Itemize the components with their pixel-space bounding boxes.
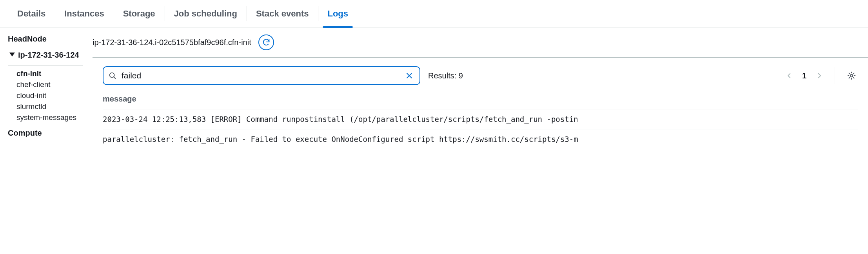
search-icon	[108, 71, 117, 80]
tabs-bar: Details Instances Storage Job scheduling…	[0, 0, 868, 27]
pagination: 1	[784, 71, 824, 81]
page-number: 1	[802, 71, 806, 80]
tab-stack-events[interactable]: Stack events	[247, 5, 318, 23]
log-stream-item[interactable]: chef-client	[16, 79, 89, 90]
tab-details[interactable]: Details	[8, 5, 55, 23]
log-stream-item[interactable]: system-messages	[16, 112, 89, 123]
sidebar-node-item[interactable]: ip-172-31-36-124	[8, 48, 89, 62]
content-header: ip-172-31-36-124.i-02c51575bfaf9c96f.cfn…	[93, 34, 868, 57]
log-stream-item[interactable]: slurmctld	[16, 101, 89, 112]
log-stream-list: cfn-init chef-client cloud-init slurmctl…	[8, 68, 89, 123]
svg-line-1	[114, 77, 115, 78]
log-stream-item[interactable]: cfn-init	[16, 68, 89, 79]
tab-instances[interactable]: Instances	[55, 5, 114, 23]
column-header-message: message	[103, 92, 858, 109]
close-icon	[405, 72, 413, 80]
tab-storage[interactable]: Storage	[114, 5, 165, 23]
sidebar-node-name: ip-172-31-36-124	[18, 50, 79, 60]
clear-search-button[interactable]	[404, 70, 415, 81]
results-count: Results: 9	[428, 71, 463, 80]
sidebar-group-headnode: HeadNode	[8, 34, 89, 44]
tab-job-scheduling[interactable]: Job scheduling	[165, 5, 247, 23]
logs-content: ip-172-31-36-124.i-02c51575bfaf9c96f.cfn…	[89, 27, 868, 149]
prev-page-button[interactable]	[784, 71, 794, 81]
search-box[interactable]	[103, 66, 420, 85]
refresh-button[interactable]	[258, 34, 274, 50]
gear-icon	[847, 71, 856, 80]
svg-point-4	[850, 74, 853, 77]
logs-sidebar: HeadNode ip-172-31-36-124 cfn-init chef-…	[0, 27, 89, 149]
sidebar-group-compute: Compute	[8, 129, 89, 138]
refresh-icon	[262, 38, 271, 47]
sidebar-divider	[8, 65, 83, 66]
settings-button[interactable]	[845, 69, 858, 82]
chevron-right-icon	[816, 72, 823, 79]
logs-toolbar: Results: 9 1	[93, 58, 868, 92]
chevron-left-icon	[786, 72, 793, 79]
tab-logs[interactable]: Logs	[318, 5, 358, 23]
logs-table: message 2023-03-24 12:25:13,583 [ERROR] …	[93, 92, 868, 149]
log-stream-item[interactable]: cloud-init	[16, 90, 89, 101]
toolbar-separator	[835, 67, 835, 84]
search-input[interactable]	[122, 71, 399, 80]
next-page-button[interactable]	[814, 71, 824, 81]
log-stream-name: ip-172-31-36-124.i-02c51575bfaf9c96f.cfn…	[93, 38, 251, 47]
table-row[interactable]: parallelcluster: fetch_and_run - Failed …	[103, 129, 858, 149]
caret-down-icon	[9, 53, 15, 56]
table-row[interactable]: 2023-03-24 12:25:13,583 [ERROR] Command …	[103, 109, 858, 129]
